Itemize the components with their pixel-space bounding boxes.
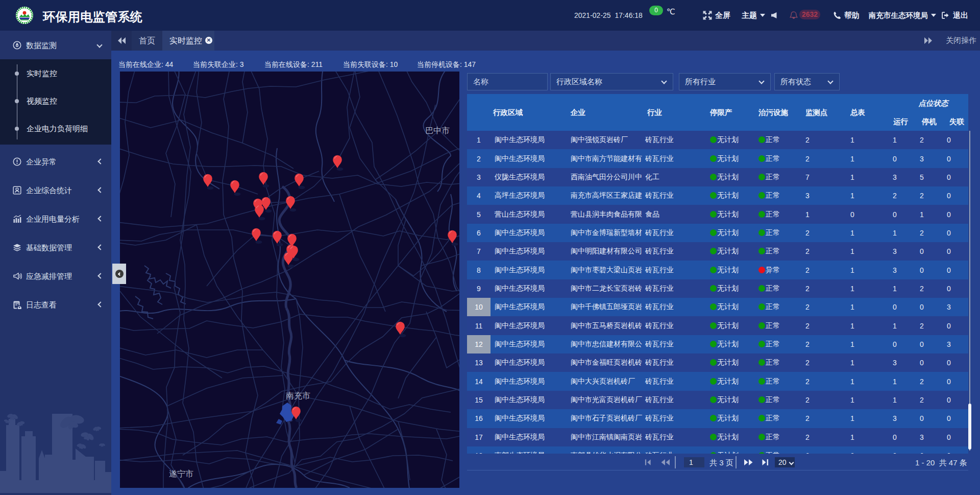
svg-text:遂宁市: 遂宁市 bbox=[169, 469, 193, 478]
svg-text:巴中市: 巴中市 bbox=[425, 126, 450, 135]
svg-text:南充市: 南充市 bbox=[286, 391, 310, 400]
